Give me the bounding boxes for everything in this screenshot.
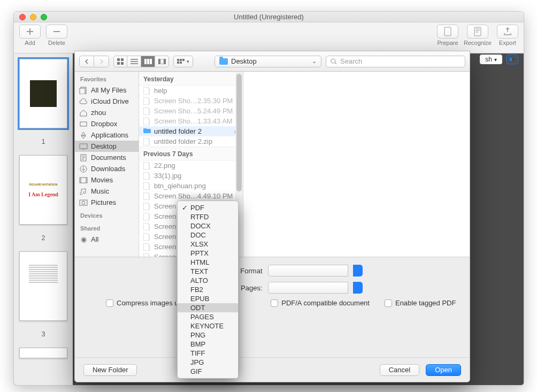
format-option-png[interactable]: PNG bbox=[178, 330, 238, 340]
apps-icon bbox=[79, 132, 88, 139]
format-option-text[interactable]: TEXT bbox=[178, 267, 238, 276]
format-option-xlsx[interactable]: XLSX bbox=[178, 240, 238, 249]
sidebar-item-documents[interactable]: Documents bbox=[75, 152, 139, 163]
file-icon bbox=[143, 182, 151, 190]
file-row[interactable]: 33(1).jpg bbox=[139, 171, 243, 181]
add-button[interactable]: Add bbox=[19, 25, 41, 46]
svg-rect-17 bbox=[177, 62, 179, 64]
page-thumbnail-2[interactable]: RICHARD MATHESON I Am Legend bbox=[19, 155, 67, 225]
format-option-odt[interactable]: ODT bbox=[178, 303, 238, 312]
search-input[interactable]: Search bbox=[326, 56, 465, 67]
format-option-pdf[interactable]: PDF bbox=[178, 203, 238, 212]
arrange-dropdown[interactable]: ▾ bbox=[173, 56, 193, 67]
desktop-icon bbox=[79, 143, 88, 150]
file-row[interactable]: Screen Sho…2.35.30 PM bbox=[139, 96, 243, 106]
dialog-toolbar: ▾ Desktop ⌄ Search bbox=[75, 51, 470, 72]
format-option-pptx[interactable]: PPTX bbox=[178, 249, 238, 258]
format-option-alto[interactable]: ALTO bbox=[178, 276, 238, 285]
language-dropdown[interactable]: sh▾ bbox=[480, 55, 502, 64]
format-option-jpg[interactable]: JPG bbox=[178, 358, 238, 367]
column-2[interactable] bbox=[243, 72, 470, 257]
open-button[interactable]: Open bbox=[426, 364, 461, 376]
new-folder-button[interactable]: New Folder bbox=[83, 364, 137, 376]
sidebar-item-downloads[interactable]: Downloads bbox=[75, 163, 139, 174]
file-row[interactable]: 22.png bbox=[139, 160, 243, 171]
pdfa-checkbox[interactable]: PDF/A compatible document bbox=[271, 299, 370, 307]
svg-rect-6 bbox=[117, 62, 120, 65]
format-dropdown[interactable] bbox=[268, 265, 348, 276]
page-thumbnail-4[interactable] bbox=[19, 348, 67, 358]
format-option-rtfd[interactable]: RTFD bbox=[178, 212, 238, 221]
page-thumbnail-3[interactable] bbox=[19, 251, 67, 321]
dialog-footer: New Folder Cancel Open bbox=[75, 357, 470, 382]
dialog-options-panel: Format Pages: Compress images usin PDF/A… bbox=[75, 257, 470, 357]
file-icon bbox=[143, 223, 151, 230]
file-row[interactable]: Screen Sho…5.24.49 PM bbox=[139, 106, 243, 116]
file-row[interactable]: untitled folder 2.zip bbox=[139, 136, 243, 147]
format-option-gif[interactable]: GIF bbox=[178, 367, 238, 376]
file-row[interactable]: Screen Sho…4.49.10 PM bbox=[139, 191, 243, 201]
layout-toggle[interactable] bbox=[507, 55, 518, 64]
format-option-docx[interactable]: DOCX bbox=[178, 221, 238, 230]
thumbnail-panel: 1 RICHARD MATHESON I Am Legend 2 3 bbox=[14, 53, 73, 385]
movie-icon bbox=[79, 176, 88, 184]
file-row[interactable]: btn_qiehuan.png bbox=[139, 181, 243, 191]
format-option-fb2[interactable]: FB2 bbox=[178, 285, 238, 294]
view-list-button[interactable] bbox=[127, 56, 141, 67]
window-title: Untitled (Unregistered) bbox=[14, 13, 524, 21]
sidebar-item-zhou[interactable]: zhou bbox=[75, 107, 139, 118]
sidebar-item-all-my-files[interactable]: All My Files bbox=[75, 84, 139, 96]
nav-back-button[interactable] bbox=[79, 56, 94, 67]
cancel-button[interactable]: Cancel bbox=[380, 364, 419, 376]
sidebar-item-pictures[interactable]: Pictures bbox=[75, 197, 139, 208]
compress-images-checkbox[interactable]: Compress images usin bbox=[106, 299, 187, 307]
sidebar-item-dropbox[interactable]: Dropbox bbox=[75, 118, 139, 129]
doc-icon bbox=[79, 154, 88, 162]
file-row[interactable]: untitled folder 2▸ bbox=[139, 126, 243, 136]
svg-rect-12 bbox=[160, 59, 164, 64]
sidebar-item-all-shared[interactable]: ◉All bbox=[75, 234, 139, 245]
format-option-epub[interactable]: EPUB bbox=[178, 294, 238, 303]
sidebar-item-music[interactable]: Music bbox=[75, 186, 139, 197]
recognize-button[interactable]: Recognize bbox=[464, 25, 492, 46]
page-thumbnail-1[interactable] bbox=[19, 59, 67, 128]
view-columns-button[interactable] bbox=[141, 56, 155, 67]
export-button[interactable]: Export bbox=[497, 25, 518, 46]
prepare-button[interactable]: Prepare bbox=[437, 25, 458, 46]
svg-rect-8 bbox=[144, 59, 147, 64]
format-option-tiff[interactable]: TIFF bbox=[178, 349, 238, 358]
file-row[interactable]: Screen Sho…1.33.43 AM bbox=[139, 116, 243, 126]
path-dropdown[interactable]: Desktop ⌄ bbox=[214, 56, 321, 67]
file-row[interactable]: help bbox=[139, 86, 243, 96]
file-icon bbox=[143, 193, 151, 200]
view-icons-button[interactable] bbox=[113, 56, 127, 67]
format-option-doc[interactable]: DOC bbox=[178, 230, 238, 240]
file-icon bbox=[143, 243, 151, 251]
format-option-html[interactable]: HTML bbox=[178, 258, 238, 267]
tagged-pdf-checkbox[interactable]: Enable tagged PDF bbox=[385, 299, 456, 307]
delete-button[interactable]: Delete bbox=[46, 25, 67, 46]
sidebar-item-movies[interactable]: Movies bbox=[75, 174, 139, 186]
format-dropdown-stepper[interactable] bbox=[353, 265, 363, 276]
svg-rect-18 bbox=[180, 62, 182, 64]
dialog-sidebar: Favorites All My FilesiCloud DrivezhouDr… bbox=[75, 72, 139, 257]
format-menu-popup: PDFRTFDDOCXDOCXLSXPPTXHTMLTEXTALTOFB2EPU… bbox=[177, 201, 239, 379]
sidebar-item-applications[interactable]: Applications bbox=[75, 129, 139, 141]
page-number: 2 bbox=[42, 234, 45, 242]
view-coverflow-button[interactable] bbox=[155, 56, 169, 67]
pages-dropdown[interactable] bbox=[268, 282, 348, 294]
format-option-bmp[interactable]: BMP bbox=[178, 340, 238, 349]
pages-dropdown-stepper[interactable] bbox=[353, 282, 363, 294]
sidebar-item-icloud-drive[interactable]: iCloud Drive bbox=[75, 96, 139, 107]
picture-icon bbox=[79, 199, 88, 206]
svg-rect-3 bbox=[510, 58, 512, 61]
file-icon bbox=[143, 233, 151, 241]
format-option-pages[interactable]: PAGES bbox=[178, 312, 238, 321]
nav-forward-button[interactable] bbox=[94, 56, 109, 67]
svg-rect-11 bbox=[158, 59, 160, 64]
format-option-keynote[interactable]: KEYNOTE bbox=[178, 321, 238, 330]
sidebar-item-desktop[interactable]: Desktop bbox=[75, 141, 139, 152]
sidebar-favorites-header: Favorites bbox=[75, 72, 139, 84]
svg-rect-1 bbox=[474, 27, 481, 36]
home-icon bbox=[79, 109, 88, 117]
